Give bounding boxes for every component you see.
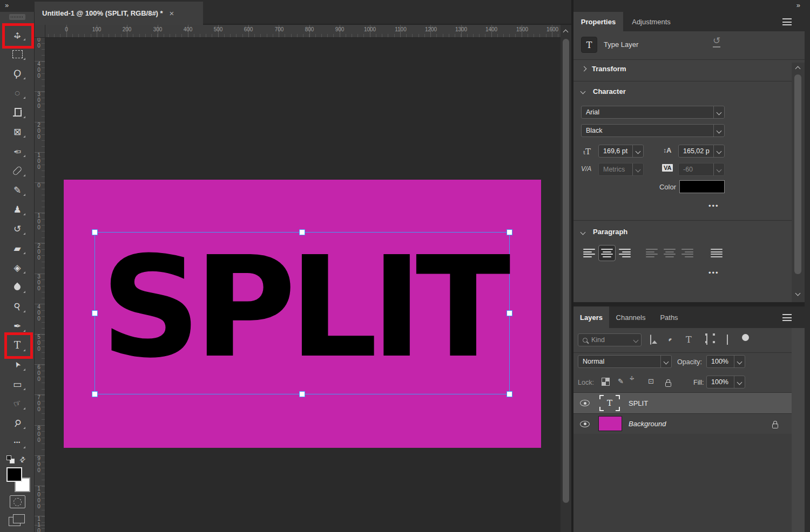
layers-scrollbar[interactable]: [792, 328, 805, 532]
foreground-color-swatch[interactable]: [6, 467, 22, 482]
history-brush-tool[interactable]: ↺: [0, 219, 35, 238]
filter-shape-layers-icon[interactable]: [706, 335, 707, 345]
lock-transparent-pixels-icon[interactable]: [602, 378, 610, 386]
paint-bucket-tool[interactable]: ◈: [0, 258, 35, 277]
lasso-tool[interactable]: Ϙ: [0, 64, 35, 83]
tab-layers[interactable]: Layers: [573, 306, 609, 328]
layer-name[interactable]: SPLIT: [629, 399, 648, 407]
font-family-select[interactable]: Arial: [581, 106, 725, 119]
chevron-down-icon[interactable]: [630, 334, 641, 346]
toolbar-collapse-chevrons-icon[interactable]: »: [0, 0, 35, 12]
spot-healing-brush-tool[interactable]: [0, 161, 35, 180]
tab-properties[interactable]: Properties: [573, 12, 623, 31]
close-tab-icon[interactable]: ×: [170, 9, 174, 18]
transform-handle-top-center[interactable]: [299, 229, 305, 235]
chevron-down-icon[interactable]: [734, 376, 745, 388]
layer-row-background[interactable]: Background: [573, 413, 792, 434]
type-layer-thumbnail[interactable]: T: [596, 395, 623, 411]
opacity-select[interactable]: 100%: [706, 355, 745, 368]
kerning-select[interactable]: Metrics: [598, 163, 644, 176]
eyedropper-tool[interactable]: ✑: [0, 141, 35, 161]
zoom-tool[interactable]: ⚲: [0, 413, 35, 433]
chevron-down-icon[interactable]: [713, 125, 724, 137]
chevron-down-icon[interactable]: [713, 163, 724, 175]
scrollbar-thumb[interactable]: [794, 74, 801, 274]
background-thumbnail[interactable]: [598, 416, 622, 431]
layer-row-split[interactable]: T SPLIT: [573, 393, 792, 413]
character-more-options[interactable]: •••: [708, 202, 719, 210]
filter-pixel-layers-icon[interactable]: [650, 335, 651, 345]
brush-tool[interactable]: ✎: [0, 180, 35, 200]
paragraph-more-options[interactable]: •••: [708, 269, 719, 277]
panel-menu-icon[interactable]: [782, 314, 792, 321]
font-style-select[interactable]: Black: [581, 124, 725, 137]
scrollbar-thumb[interactable]: [563, 39, 569, 503]
paragraph-collapse-icon[interactable]: [580, 230, 586, 235]
dodge-tool[interactable]: ⚲: [0, 297, 35, 316]
screen-mode-button[interactable]: [9, 514, 25, 527]
dock-collapse-chevrons-icon[interactable]: »: [573, 0, 810, 12]
scroll-down-icon[interactable]: [795, 291, 801, 296]
blend-mode-select[interactable]: Normal: [578, 355, 672, 368]
chevron-down-icon[interactable]: [660, 356, 671, 367]
properties-scrollbar[interactable]: [792, 63, 805, 302]
fill-select[interactable]: 100%: [706, 376, 745, 388]
lock-all-icon[interactable]: [665, 382, 671, 387]
panel-menu-icon[interactable]: [782, 18, 792, 25]
filter-adjustment-layers-icon[interactable]: ◐: [666, 335, 676, 344]
leading-select[interactable]: 165,02 p: [678, 145, 725, 158]
justify-last-left-button[interactable]: [644, 245, 660, 261]
align-center-button[interactable]: [599, 245, 615, 261]
transform-handle-middle-right[interactable]: [507, 310, 512, 316]
canvas-text[interactable]: SPLIT: [95, 238, 509, 377]
transform-handle-top-right[interactable]: [507, 229, 512, 235]
align-left-button[interactable]: [581, 245, 597, 261]
quick-mask-mode-button[interactable]: [10, 495, 25, 508]
paragraph-section-label[interactable]: Paragraph: [593, 228, 627, 236]
canvas-vertical-scrollbar[interactable]: [561, 25, 571, 532]
chevron-down-icon[interactable]: [734, 356, 745, 367]
more-tools[interactable]: •••: [0, 433, 35, 452]
transform-section-label[interactable]: Transform: [592, 65, 626, 73]
character-collapse-icon[interactable]: [580, 89, 586, 94]
scroll-up-icon[interactable]: [795, 66, 801, 72]
clone-stamp-tool[interactable]: ♟: [0, 200, 35, 219]
justify-last-right-button[interactable]: [679, 245, 696, 261]
align-right-button[interactable]: [617, 245, 633, 261]
lock-image-pixels-icon[interactable]: ✎: [618, 377, 624, 386]
transform-handle-bottom-right[interactable]: [507, 391, 512, 397]
transform-expand-icon[interactable]: [582, 66, 587, 72]
crop-tool[interactable]: [0, 103, 35, 122]
default-colors-and-swap[interactable]: ⇄: [5, 455, 29, 466]
eraser-tool[interactable]: ▰: [0, 238, 35, 258]
canvas-viewport[interactable]: SPLIT: [45, 38, 561, 532]
object-selection-tool[interactable]: ◌: [0, 83, 35, 103]
transform-reset-icon[interactable]: ↺: [713, 36, 720, 47]
font-size-select[interactable]: 169,6 pt: [598, 145, 644, 158]
tab-paths[interactable]: Paths: [652, 306, 686, 328]
chevron-down-icon[interactable]: [713, 106, 724, 118]
lock-artboard-icon[interactable]: ⊡: [648, 377, 654, 386]
blur-tool[interactable]: [0, 277, 35, 297]
transform-handle-top-left[interactable]: [92, 229, 98, 235]
tab-adjustments[interactable]: Adjustments: [623, 12, 679, 31]
chevron-down-icon[interactable]: [713, 145, 724, 157]
tracking-select[interactable]: -60: [678, 163, 725, 176]
chevron-down-icon[interactable]: [632, 145, 643, 157]
filter-type-layers-icon[interactable]: T: [686, 336, 692, 344]
layer-name[interactable]: Background: [629, 420, 666, 428]
character-section-label[interactable]: Character: [593, 87, 626, 96]
visibility-eye-icon[interactable]: [580, 400, 590, 406]
justify-all-button[interactable]: [708, 245, 725, 261]
frame-tool[interactable]: ⊠: [0, 122, 35, 141]
layer-list-empty-area[interactable]: [573, 434, 792, 532]
filter-smart-objects-icon[interactable]: [727, 335, 728, 345]
visibility-eye-icon[interactable]: [580, 421, 590, 427]
toolbar-grip[interactable]: [9, 14, 25, 20]
hand-tool[interactable]: ☞: [0, 394, 35, 413]
horizontal-ruler[interactable]: 0100200300400500600700800900100011001200…: [45, 25, 561, 38]
transform-handle-middle-left[interactable]: [92, 310, 98, 316]
text-color-swatch[interactable]: [679, 180, 725, 193]
vertical-ruler[interactable]: 5004003002001000100200300400500600700800…: [35, 38, 45, 532]
transform-handle-bottom-left[interactable]: [92, 391, 98, 397]
